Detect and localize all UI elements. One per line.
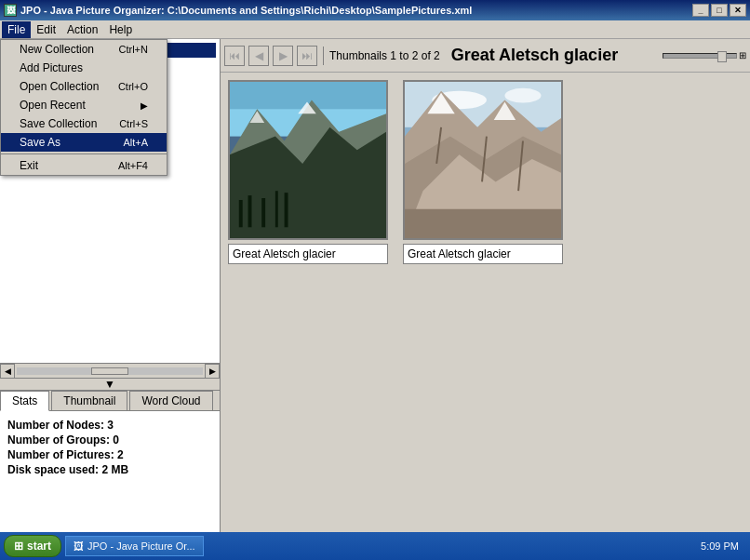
start-label: start xyxy=(27,540,51,553)
minimize-button[interactable]: _ xyxy=(692,4,709,17)
menu-help[interactable]: Help xyxy=(103,21,138,38)
svg-rect-9 xyxy=(248,195,252,227)
image-row xyxy=(228,80,743,264)
nav-last-btn[interactable]: ⏭ xyxy=(297,46,317,66)
scroll-right-btn[interactable]: ▶ xyxy=(205,364,220,379)
svg-rect-10 xyxy=(261,198,265,227)
image-frame-0[interactable] xyxy=(228,80,388,240)
svg-point-16 xyxy=(504,88,541,103)
title-bar: 🖼 JPO - Java Picture Organizer: C:\Docum… xyxy=(0,0,750,20)
menu-new-collection[interactable]: New Collection Ctrl+N xyxy=(1,40,167,59)
scroll-left-btn[interactable]: ◀ xyxy=(0,364,15,379)
file-dropdown: New Collection Ctrl+N Add Pictures Open … xyxy=(0,39,167,176)
svg-rect-12 xyxy=(285,193,288,227)
svg-marker-25 xyxy=(405,209,561,238)
taskbar-app-icon: 🖼 xyxy=(74,540,84,552)
scroll-track[interactable] xyxy=(17,367,203,375)
menu-open-collection[interactable]: Open Collection Ctrl+O xyxy=(1,77,167,96)
menu-action[interactable]: Action xyxy=(61,21,103,38)
menu-exit[interactable]: Exit Alt+F4 xyxy=(1,156,167,175)
taskbar-app-label: JPO - Java Picture Or... xyxy=(87,540,195,552)
app-icon: 🖼 xyxy=(4,4,17,17)
svg-rect-8 xyxy=(239,200,243,227)
slider-icon: ⊞ xyxy=(739,50,746,60)
menu-add-pictures[interactable]: Add Pictures xyxy=(1,59,167,77)
menu-separator xyxy=(1,153,167,154)
start-button[interactable]: ⊞ start xyxy=(4,535,61,557)
collapse-btn[interactable]: ▼ xyxy=(0,378,220,391)
taskbar-clock: 5:09 PM xyxy=(693,540,746,552)
stats-area: Number of Nodes: 3 Number of Groups: 0 N… xyxy=(0,411,220,532)
stats-pictures: Number of Pictures: 2 xyxy=(7,448,212,461)
menu-edit[interactable]: Edit xyxy=(31,21,61,38)
menu-bar: File Edit Action Help New Collection Ctr… xyxy=(0,20,750,39)
tab-stats[interactable]: Stats xyxy=(0,391,49,411)
slider-thumb[interactable] xyxy=(717,51,727,62)
start-icon: ⊞ xyxy=(14,540,23,553)
tab-thumbnail[interactable]: Thumbnail xyxy=(51,391,127,410)
taskbar: ⊞ start 🖼 JPO - Java Picture Or... 5:09 … xyxy=(0,532,750,560)
slider-container: ⊞ xyxy=(663,50,746,60)
zoom-slider[interactable] xyxy=(663,53,737,59)
menu-open-recent[interactable]: Open Recent ▶ xyxy=(1,96,167,114)
thumbnails-info: Thumbnails 1 to 2 of 2 xyxy=(329,49,440,62)
menu-save-as[interactable]: Save As Alt+A xyxy=(1,133,167,152)
scroll-thumb[interactable] xyxy=(91,367,128,375)
image-item-0 xyxy=(228,80,388,264)
toolbar-separator xyxy=(323,47,324,65)
nav-first-btn[interactable]: ⏮ xyxy=(224,46,245,66)
nav-next-btn[interactable]: ▶ xyxy=(273,46,293,66)
image-caption-0[interactable] xyxy=(228,244,388,264)
maximize-button[interactable]: □ xyxy=(711,4,728,17)
menu-save-collection[interactable]: Save Collection Ctrl+S xyxy=(1,114,167,133)
close-button[interactable]: ✕ xyxy=(730,4,746,17)
horizontal-scrollbar: ◀ ▶ xyxy=(0,363,220,378)
images-area xyxy=(221,73,750,532)
image-item-1 xyxy=(403,80,563,264)
stats-disk: Disk space used: 2 MB xyxy=(7,463,212,476)
toolbar: ⏮ ◀ ▶ ⏭ Thumbnails 1 to 2 of 2 Great Ale… xyxy=(221,39,750,73)
svg-rect-11 xyxy=(275,191,278,227)
stats-groups: Number of Groups: 0 xyxy=(7,433,212,447)
tab-word-cloud[interactable]: Word Cloud xyxy=(129,391,212,410)
menu-file[interactable]: File xyxy=(2,21,31,38)
image-frame-1[interactable] xyxy=(403,80,563,240)
title-bar-text: JPO - Java Picture Organizer: C:\Documen… xyxy=(20,5,472,16)
nav-prev-btn[interactable]: ◀ xyxy=(248,46,269,66)
toolbar-title: Great Aletsch glacier xyxy=(451,46,618,65)
stats-nodes: Number of Nodes: 3 xyxy=(7,419,212,432)
image-caption-1[interactable] xyxy=(403,244,563,264)
bottom-panel: Stats Thumbnail Word Cloud Number of Nod… xyxy=(0,391,220,532)
taskbar-app-item[interactable]: 🖼 JPO - Java Picture Or... xyxy=(65,536,204,556)
right-panel: ⏮ ◀ ▶ ⏭ Thumbnails 1 to 2 of 2 Great Ale… xyxy=(221,39,750,532)
tab-bar: Stats Thumbnail Word Cloud xyxy=(0,391,220,411)
